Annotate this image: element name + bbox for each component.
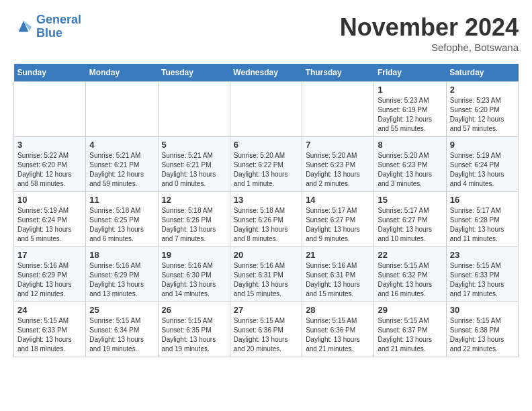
day-number: 7 <box>306 140 370 150</box>
day-number: 25 <box>89 305 154 315</box>
day-info: Sunrise: 5:16 AM Sunset: 6:29 PM Dayligh… <box>89 261 154 299</box>
day-number: 5 <box>162 140 226 150</box>
day-info: Sunrise: 5:21 AM Sunset: 6:21 PM Dayligh… <box>89 151 154 189</box>
day-number: 8 <box>378 140 442 150</box>
day-number: 4 <box>89 140 154 150</box>
month-title: November 2024 <box>340 13 519 42</box>
day-number: 10 <box>17 195 82 205</box>
calendar-cell: 1Sunrise: 5:23 AM Sunset: 6:19 PM Daylig… <box>374 82 446 137</box>
day-number: 22 <box>378 250 442 260</box>
calendar-day-header: Saturday <box>446 64 518 82</box>
calendar-day-header: Sunday <box>14 64 86 82</box>
logo: General Blue <box>13 13 81 40</box>
calendar-cell: 10Sunrise: 5:19 AM Sunset: 6:24 PM Dayli… <box>14 192 86 247</box>
calendar-cell: 25Sunrise: 5:15 AM Sunset: 6:34 PM Dayli… <box>86 302 158 357</box>
day-info: Sunrise: 5:19 AM Sunset: 6:24 PM Dayligh… <box>450 151 515 189</box>
day-info: Sunrise: 5:15 AM Sunset: 6:36 PM Dayligh… <box>234 316 298 354</box>
calendar-day-header: Wednesday <box>230 64 302 82</box>
calendar-day-header: Friday <box>374 64 446 82</box>
day-number: 9 <box>450 140 515 150</box>
day-number: 2 <box>450 85 515 95</box>
day-number: 3 <box>17 140 82 150</box>
day-info: Sunrise: 5:18 AM Sunset: 6:26 PM Dayligh… <box>234 206 298 244</box>
day-info: Sunrise: 5:16 AM Sunset: 6:31 PM Dayligh… <box>234 261 298 299</box>
day-number: 15 <box>378 195 442 205</box>
calendar-cell: 17Sunrise: 5:16 AM Sunset: 6:29 PM Dayli… <box>14 247 86 302</box>
calendar-cell: 18Sunrise: 5:16 AM Sunset: 6:29 PM Dayli… <box>86 247 158 302</box>
day-number: 24 <box>17 305 82 315</box>
calendar-cell <box>86 82 158 137</box>
day-info: Sunrise: 5:20 AM Sunset: 6:22 PM Dayligh… <box>234 151 298 189</box>
calendar-cell: 28Sunrise: 5:15 AM Sunset: 6:36 PM Dayli… <box>302 302 374 357</box>
calendar-cell: 22Sunrise: 5:15 AM Sunset: 6:32 PM Dayli… <box>374 247 446 302</box>
calendar-cell: 30Sunrise: 5:15 AM Sunset: 6:38 PM Dayli… <box>446 302 518 357</box>
logo-icon <box>13 17 34 37</box>
day-number: 23 <box>450 250 515 260</box>
location: Sefophe, Botswana <box>340 42 519 53</box>
day-info: Sunrise: 5:16 AM Sunset: 6:31 PM Dayligh… <box>306 261 370 299</box>
day-info: Sunrise: 5:15 AM Sunset: 6:33 PM Dayligh… <box>17 316 82 354</box>
day-number: 17 <box>17 250 82 260</box>
day-number: 19 <box>162 250 226 260</box>
calendar-cell: 15Sunrise: 5:17 AM Sunset: 6:27 PM Dayli… <box>374 192 446 247</box>
calendar-day-header: Monday <box>86 64 158 82</box>
day-number: 18 <box>89 250 154 260</box>
day-info: Sunrise: 5:15 AM Sunset: 6:34 PM Dayligh… <box>89 316 154 354</box>
day-number: 26 <box>162 305 226 315</box>
calendar-day-header: Thursday <box>302 64 374 82</box>
day-info: Sunrise: 5:20 AM Sunset: 6:23 PM Dayligh… <box>306 151 370 189</box>
day-info: Sunrise: 5:23 AM Sunset: 6:19 PM Dayligh… <box>378 96 442 134</box>
calendar-cell <box>302 82 374 137</box>
calendar-cell: 4Sunrise: 5:21 AM Sunset: 6:21 PM Daylig… <box>86 137 158 192</box>
calendar-header-row: SundayMondayTuesdayWednesdayThursdayFrid… <box>14 64 519 82</box>
title-block: November 2024 Sefophe, Botswana <box>340 13 519 53</box>
day-info: Sunrise: 5:15 AM Sunset: 6:35 PM Dayligh… <box>162 316 226 354</box>
calendar-week-row: 10Sunrise: 5:19 AM Sunset: 6:24 PM Dayli… <box>14 192 519 247</box>
calendar-cell: 12Sunrise: 5:18 AM Sunset: 6:26 PM Dayli… <box>158 192 230 247</box>
calendar-day-header: Tuesday <box>158 64 230 82</box>
calendar-week-row: 24Sunrise: 5:15 AM Sunset: 6:33 PM Dayli… <box>14 302 519 357</box>
day-number: 27 <box>234 305 298 315</box>
day-info: Sunrise: 5:17 AM Sunset: 6:28 PM Dayligh… <box>450 206 515 244</box>
day-number: 13 <box>234 195 298 205</box>
calendar-cell <box>230 82 302 137</box>
calendar-cell <box>158 82 230 137</box>
calendar-cell: 5Sunrise: 5:21 AM Sunset: 6:21 PM Daylig… <box>158 137 230 192</box>
logo-text: General Blue <box>36 13 81 40</box>
day-info: Sunrise: 5:17 AM Sunset: 6:27 PM Dayligh… <box>378 206 442 244</box>
calendar-cell: 13Sunrise: 5:18 AM Sunset: 6:26 PM Dayli… <box>230 192 302 247</box>
day-info: Sunrise: 5:19 AM Sunset: 6:24 PM Dayligh… <box>17 206 82 244</box>
calendar-cell: 9Sunrise: 5:19 AM Sunset: 6:24 PM Daylig… <box>446 137 518 192</box>
day-info: Sunrise: 5:15 AM Sunset: 6:37 PM Dayligh… <box>378 316 442 354</box>
day-info: Sunrise: 5:15 AM Sunset: 6:36 PM Dayligh… <box>306 316 370 354</box>
day-number: 28 <box>306 305 370 315</box>
day-number: 12 <box>162 195 226 205</box>
calendar-week-row: 17Sunrise: 5:16 AM Sunset: 6:29 PM Dayli… <box>14 247 519 302</box>
calendar-cell: 23Sunrise: 5:15 AM Sunset: 6:33 PM Dayli… <box>446 247 518 302</box>
calendar-cell: 8Sunrise: 5:20 AM Sunset: 6:23 PM Daylig… <box>374 137 446 192</box>
calendar-cell: 2Sunrise: 5:23 AM Sunset: 6:20 PM Daylig… <box>446 82 518 137</box>
calendar-cell: 7Sunrise: 5:20 AM Sunset: 6:23 PM Daylig… <box>302 137 374 192</box>
day-number: 29 <box>378 305 442 315</box>
page-header: General Blue November 2024 Sefophe, Bots… <box>13 13 519 53</box>
calendar-cell: 27Sunrise: 5:15 AM Sunset: 6:36 PM Dayli… <box>230 302 302 357</box>
day-info: Sunrise: 5:20 AM Sunset: 6:23 PM Dayligh… <box>378 151 442 189</box>
calendar-cell <box>14 82 86 137</box>
calendar-cell: 19Sunrise: 5:16 AM Sunset: 6:30 PM Dayli… <box>158 247 230 302</box>
day-info: Sunrise: 5:23 AM Sunset: 6:20 PM Dayligh… <box>450 96 515 134</box>
calendar-cell: 20Sunrise: 5:16 AM Sunset: 6:31 PM Dayli… <box>230 247 302 302</box>
day-info: Sunrise: 5:15 AM Sunset: 6:32 PM Dayligh… <box>378 261 442 299</box>
day-info: Sunrise: 5:22 AM Sunset: 6:20 PM Dayligh… <box>17 151 82 189</box>
day-info: Sunrise: 5:15 AM Sunset: 6:38 PM Dayligh… <box>450 316 515 354</box>
day-info: Sunrise: 5:17 AM Sunset: 6:27 PM Dayligh… <box>306 206 370 244</box>
day-info: Sunrise: 5:16 AM Sunset: 6:30 PM Dayligh… <box>162 261 226 299</box>
day-info: Sunrise: 5:16 AM Sunset: 6:29 PM Dayligh… <box>17 261 82 299</box>
day-info: Sunrise: 5:18 AM Sunset: 6:25 PM Dayligh… <box>89 206 154 244</box>
day-info: Sunrise: 5:21 AM Sunset: 6:21 PM Dayligh… <box>162 151 226 189</box>
calendar-cell: 14Sunrise: 5:17 AM Sunset: 6:27 PM Dayli… <box>302 192 374 247</box>
day-number: 20 <box>234 250 298 260</box>
day-number: 11 <box>89 195 154 205</box>
day-number: 6 <box>234 140 298 150</box>
day-info: Sunrise: 5:18 AM Sunset: 6:26 PM Dayligh… <box>162 206 226 244</box>
calendar-cell: 24Sunrise: 5:15 AM Sunset: 6:33 PM Dayli… <box>14 302 86 357</box>
